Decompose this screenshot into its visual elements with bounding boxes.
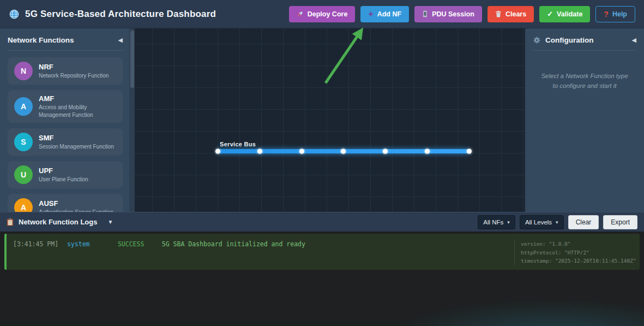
deploy-core-label: Deploy Core [308, 10, 348, 18]
service-bus-node [299, 149, 304, 154]
configuration-title-text: Configuration [545, 36, 593, 44]
clear-logs-button[interactable]: Clear [568, 215, 599, 229]
configuration-header: Configuration ◀ [533, 36, 636, 44]
sidebar-item-nrf[interactable]: N NRF Network Repository Function [8, 57, 123, 85]
log-panel-header: Network Function Logs ▼ All NFs ▾ All Le… [0, 212, 644, 232]
service-bus-node [257, 149, 262, 154]
service-bus-node [383, 149, 388, 154]
log-title-group: Network Function Logs ▼ [7, 218, 113, 226]
config-collapse-icon[interactable]: ◀ [632, 37, 636, 44]
log-source: system [67, 240, 114, 248]
globe-icon [9, 9, 20, 20]
smf-badge-icon: S [14, 133, 33, 151]
add-nf-button[interactable]: + Add NF [360, 6, 409, 22]
configuration-title: Configuration [533, 36, 593, 44]
log-entry-details: version: "1.0.0" httpProtocol: "HTTP/2" … [514, 240, 633, 265]
nf-filter-value: All NFs [483, 219, 503, 226]
service-bus-node [425, 149, 430, 154]
gear-icon [533, 36, 541, 44]
mobile-phone-icon [422, 10, 428, 17]
validate-button[interactable]: ✓ Validate [539, 6, 590, 22]
log-entry: [3:41:45 PM] system SUCCESS 5G SBA Dashb… [4, 234, 640, 270]
amf-badge-icon: A [14, 97, 33, 116]
deploy-core-button[interactable]: Deploy Core [289, 6, 356, 22]
sba-dashboard-app: 5G Service-Based Architecture Dashboard … [0, 0, 644, 326]
pdu-session-label: PDU Session [432, 10, 474, 18]
clears-label: Clears [505, 10, 526, 18]
level-filter-value: All Levels [525, 219, 552, 226]
log-detail-line: httpProtocol: "HTTP/2" [521, 248, 633, 257]
service-bus-node [341, 149, 346, 154]
export-logs-button[interactable]: Export [603, 215, 637, 229]
log-collapse-icon[interactable]: ▼ [107, 219, 113, 225]
log-level-badge: SUCCESS [118, 240, 158, 248]
configuration-empty-hint: Select a Network Function type to config… [533, 72, 636, 91]
sidebar-collapse-icon[interactable]: ◀ [118, 37, 123, 44]
nf-description: Network Repository Function [39, 72, 109, 80]
rocket-icon [297, 10, 304, 17]
log-message: 5G SBA Dashboard initialized and ready [162, 240, 305, 248]
page-title: 5G Service-Based Architecture Dashboard [25, 9, 216, 20]
log-entry-main: [3:41:45 PM] system SUCCESS 5G SBA Dashb… [13, 240, 514, 248]
network-functions-panel: Network Functions ◀ N NRF Network Reposi… [0, 28, 129, 212]
nf-description: User Plane Function [39, 176, 88, 183]
configuration-panel: Configuration ◀ Select a Network Functio… [525, 28, 644, 212]
brand: 5G Service-Based Architecture Dashboard [9, 9, 216, 20]
nf-name: AUSF [39, 199, 113, 208]
chevron-down-icon: ▾ [507, 220, 510, 225]
nf-filter-select[interactable]: All NFs ▾ [478, 215, 515, 229]
log-panel-body: [3:41:45 PM] system SUCCESS 5G SBA Dashb… [0, 232, 644, 326]
nf-description: Session Management Function [39, 143, 114, 151]
sidebar-item-ausf[interactable]: A AUSF Authentication Server Function [8, 194, 123, 212]
validate-label: Validate [557, 10, 582, 18]
log-detail-line: timestamp: "2025-12-20T10:11:45.148Z" [521, 257, 633, 265]
pdu-session-button[interactable]: PDU Session [414, 6, 482, 22]
trash-icon [495, 10, 502, 17]
sidebar-item-amf[interactable]: A AMF Access and Mobility Management Fun… [8, 90, 123, 123]
divider [533, 50, 636, 51]
top-header-bar: 5G Service-Based Architecture Dashboard … [0, 0, 644, 28]
help-button[interactable]: ? Help [595, 6, 635, 22]
nf-name: AMF [39, 94, 116, 103]
service-bus-node [215, 149, 220, 154]
clipboard-icon [7, 218, 14, 226]
log-panel-title: Network Function Logs [19, 218, 97, 226]
nrf-badge-icon: N [14, 62, 33, 80]
log-detail-line: version: "1.0.0" [521, 240, 633, 248]
ausf-badge-icon: A [14, 198, 33, 212]
network-functions-title: Network Functions [8, 36, 74, 44]
chevron-down-icon: ▾ [556, 220, 558, 225]
service-bus [218, 149, 470, 153]
topology-canvas[interactable]: Service Bus [135, 28, 525, 212]
nf-name: NRF [39, 63, 109, 71]
sidebar-item-smf[interactable]: S SMF Session Management Function [8, 128, 123, 156]
clears-button[interactable]: Clears [487, 6, 534, 22]
sidebar-item-upf[interactable]: U UPF User Plane Function [8, 161, 123, 188]
nf-name: SMF [39, 134, 114, 142]
toolbar: Deploy Core + Add NF PDU Session [289, 6, 635, 22]
service-bus-nodes [215, 149, 472, 154]
service-bus-label: Service Bus [220, 141, 256, 147]
divider [8, 50, 123, 51]
nf-description: Access and Mobility Management Function [39, 104, 116, 118]
network-functions-header: Network Functions ◀ [8, 36, 123, 44]
log-controls: All NFs ▾ All Levels ▾ Clear Export [478, 215, 637, 229]
log-timestamp: [3:41:45 PM] [13, 240, 63, 248]
sidebar-scrollbar-track [129, 28, 135, 212]
add-nf-label: Add NF [377, 10, 401, 18]
sidebar-scrollbar-thumb[interactable] [130, 31, 134, 88]
upf-badge-icon: U [14, 165, 33, 184]
service-bus-node [467, 149, 472, 154]
help-label: Help [612, 10, 627, 18]
level-filter-select[interactable]: All Levels ▾ [520, 215, 564, 229]
nf-name: UPF [39, 167, 88, 175]
